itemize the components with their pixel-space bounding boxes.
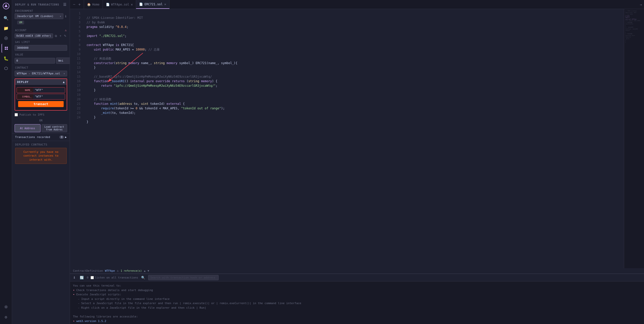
bottom-panel: ⬇ 🔄 0 listen on all transactions 🔍 You c… — [70, 274, 644, 324]
transactions-chevron-icon: ▶ — [65, 135, 67, 139]
svg-rect-6 — [7, 49, 8, 50]
transactions-count: 0 — [59, 135, 64, 139]
account-copy-btn[interactable]: ⧉ — [54, 34, 58, 38]
web3-link[interactable]: web3.version 1.5.2 — [76, 319, 106, 323]
terminal-counter: 0 — [87, 276, 89, 279]
terminal-search-input[interactable] — [148, 275, 219, 280]
account-row: ⧉ + ✎ — [15, 33, 67, 38]
terminal-search-icon[interactable]: 🔍 — [140, 275, 146, 280]
contract-label: CONTRACT — [12, 65, 70, 70]
zoom-out-btn[interactable]: − — [72, 2, 76, 7]
deploy-chevron-icon: ▲ — [63, 80, 65, 84]
tab-wtfape-close[interactable]: × — [131, 3, 133, 6]
panel-title: DEPLOY & RUN TRANSACTIONS ☰ — [12, 0, 70, 8]
tab-wtfape-label: WTFApe.sol — [111, 3, 129, 6]
environment-select[interactable]: JavaScript VM (London) — [15, 13, 63, 19]
contract-select-wrap: WTFApe - ERC721/WTFApe.sol — [15, 71, 67, 76]
terminal-line-6: - Right click on a JavaScript file in th… — [73, 306, 641, 310]
no-contracts-message: Currently you have no contract instances… — [15, 148, 67, 164]
contract-select[interactable]: WTFApe - ERC721/WTFApe.sol — [15, 71, 67, 76]
terminal-line-1: You can use this terminal to: — [73, 284, 641, 288]
activity-plugins[interactable] — [2, 64, 11, 73]
activity-deploy[interactable] — [2, 44, 11, 53]
gas-limit-label: GAS LIMIT — [12, 39, 70, 44]
terminal-line-5: - Select a JavaScript file in the file e… — [73, 301, 641, 306]
address-buttons: At Address Load contract from Addres — [15, 124, 67, 132]
svg-point-7 — [5, 306, 7, 308]
tab-erc721[interactable]: 📄 ERC721.sol × — [136, 0, 170, 9]
terminal-content: You can use this terminal to: • Check tr… — [70, 282, 644, 324]
activity-files[interactable]: 📁 — [2, 24, 11, 33]
editor-area: 12345 678910 1112131415 1617181920 21222… — [70, 9, 644, 268]
panel-menu-icon[interactable]: ☰ — [63, 3, 67, 7]
value-label: VALUE — [12, 52, 70, 57]
environment-info-btn[interactable]: ℹ — [64, 14, 67, 19]
publish-ipfs-row: Publish to IPFS — [15, 113, 67, 116]
deploy-label: DEPLOY — [17, 80, 29, 84]
terminal-line-7: The following libraries are accessible: — [73, 314, 641, 319]
app-logo — [2, 2, 10, 10]
deploy-section: DEPLOY ▲ NAME_ SYMBOL_ transact — [15, 78, 67, 111]
zoom-in-btn[interactable]: + — [77, 2, 82, 7]
deploy-body: NAME_ SYMBOL_ transact — [15, 85, 67, 110]
deploy-header[interactable]: DEPLOY ▲ — [15, 79, 67, 85]
param-symbol-label: SYMBOL_ — [17, 95, 33, 99]
value-row: Wei Gwei Finney Ether — [15, 58, 67, 64]
terminal-down-btn[interactable]: ⬇ — [72, 275, 77, 280]
activity-debug[interactable]: 🐛 — [2, 54, 11, 63]
contract-def-ref: 1 reference(s) — [121, 269, 142, 272]
activity-settings2[interactable]: ⚙️ — [2, 312, 11, 321]
load-contract-button[interactable]: Load contract from Addres — [42, 124, 67, 132]
listen-label: listen on all transactions — [95, 276, 138, 279]
deployed-contracts-title: Deployed Contracts — [15, 143, 67, 146]
gas-limit-input[interactable] — [15, 45, 67, 51]
terminal-clear-btn[interactable]: 🔄 — [79, 275, 85, 280]
account-add-btn[interactable]: + — [59, 34, 62, 38]
activity-bar: 🔍 📁 🐛 ⚙️ — [0, 0, 12, 324]
erc721-file-icon: 📄 — [139, 3, 143, 6]
at-address-button[interactable]: At Address — [15, 124, 41, 132]
or-divider: OR — [12, 119, 70, 122]
terminal-line-2: • Check transactions details and start d… — [73, 288, 641, 293]
activity-compile[interactable] — [2, 34, 11, 43]
publish-ipfs-checkbox[interactable] — [15, 113, 18, 116]
listen-checkbox[interactable] — [91, 276, 94, 279]
transact-button[interactable]: transact — [18, 101, 64, 107]
param-name-label: NAME_ — [17, 88, 33, 92]
contract-def-down-icon[interactable]: ▼ — [148, 269, 149, 272]
terminal-toolbar: ⬇ 🔄 0 listen on all transactions 🔍 — [70, 274, 644, 282]
param-name-input[interactable] — [33, 87, 65, 93]
param-symbol-input[interactable] — [33, 94, 65, 99]
value-input[interactable] — [15, 58, 55, 64]
value-unit-select[interactable]: Wei Gwei Finney Ether — [56, 58, 70, 64]
terminal-line-8: • web3.version 1.5.2 — [73, 319, 641, 323]
listen-checkbox-row: listen on all transactions — [91, 276, 138, 279]
account-label: ACCOUNT — [15, 29, 27, 32]
contract-definition-bar: ContractDefinition WTFApe ⚓ 1 reference(… — [70, 268, 644, 274]
tab-home[interactable]: 🏠 Home — [84, 0, 103, 9]
account-info-icon[interactable]: ⚠ — [65, 28, 67, 32]
transactions-recorded[interactable]: Transactions recorded 0 ▶ — [12, 133, 70, 141]
deploy-param-name: NAME_ — [17, 87, 65, 93]
pin-tab-btn[interactable]: → — [638, 3, 644, 7]
publish-ipfs-label: Publish to IPFS — [19, 113, 44, 116]
tab-erc721-close[interactable]: × — [164, 3, 166, 6]
tab-wtfape[interactable]: 📄 WTFApe.sol × — [103, 0, 136, 9]
main-area: − + 🏠 Home 📄 WTFApe.sol × 📄 ERC721.sol ×… — [70, 0, 644, 324]
vm-badge: VM — [17, 21, 24, 24]
editor-minimap: // SPDX-License-Identifier: MIT // by 0x… — [624, 9, 644, 268]
contract-def-up-icon[interactable]: ▲ — [144, 269, 146, 272]
home-icon: 🏠 — [87, 3, 91, 6]
code-editor[interactable]: // SPDX-License-Identifier: MIT // by 0x… — [83, 9, 624, 268]
transactions-recorded-label: Transactions recorded — [15, 135, 50, 139]
contract-def-label: ContractDefinition — [73, 269, 103, 272]
account-input[interactable] — [15, 33, 53, 38]
terminal-line-3: • Execute JavaScript scripts: — [73, 292, 641, 297]
left-panel: DEPLOY & RUN TRANSACTIONS ☰ ENVIRONMENT … — [12, 0, 70, 324]
wtfape-file-icon: 📄 — [106, 3, 110, 6]
account-edit-btn[interactable]: ✎ — [63, 34, 67, 38]
activity-search[interactable]: 🔍 — [2, 14, 11, 23]
environment-label: ENVIRONMENT — [12, 8, 70, 13]
activity-settings[interactable] — [2, 302, 11, 311]
tab-bar: − + 🏠 Home 📄 WTFApe.sol × 📄 ERC721.sol ×… — [70, 0, 644, 9]
